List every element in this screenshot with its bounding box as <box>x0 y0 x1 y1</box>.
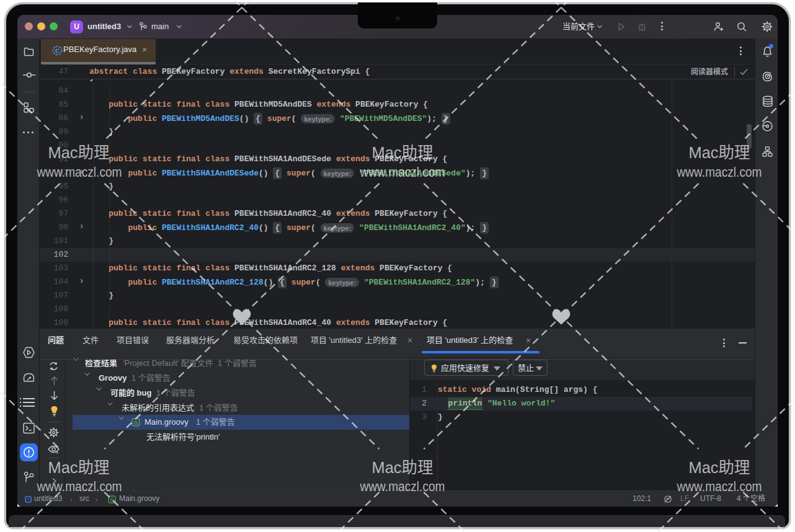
svg-text:G: G <box>133 420 138 426</box>
svg-text:C: C <box>55 47 60 54</box>
svg-text:G: G <box>110 497 114 503</box>
